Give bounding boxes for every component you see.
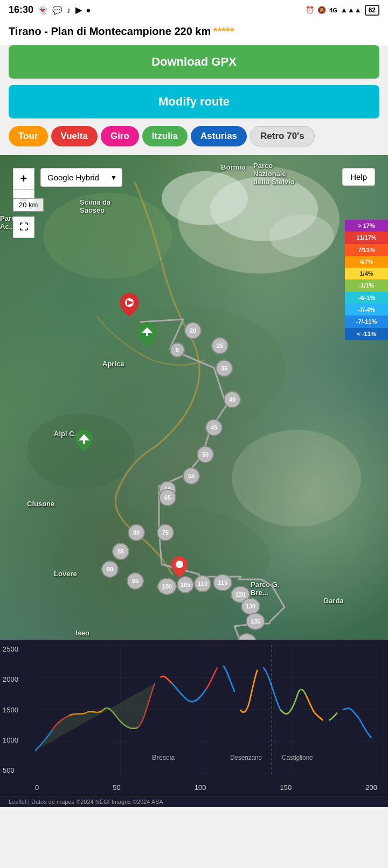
km-marker-20: 20	[184, 322, 202, 339]
tiktok-icon: ♪	[67, 5, 71, 15]
dot-icon: ●	[86, 5, 91, 15]
map-attribution: Leaflet | Datos de mapas ©2024 NEGI Imag…	[0, 796, 388, 807]
modify-route-button[interactable]: Modify route	[9, 85, 379, 118]
km-marker-25: 25	[211, 337, 228, 354]
legend-item-17plus: > 17%	[345, 220, 388, 232]
chart-x-labels: 0 50 100 150 200	[35, 783, 377, 792]
parco-nazionale-label: ParcoNazionaledello Stelvio	[253, 162, 295, 186]
mute-icon: 🔕	[317, 6, 326, 14]
km-marker-130: 130	[241, 598, 260, 615]
legend-item-4-7: 4/7%	[345, 256, 388, 268]
youtube-icon: ▶	[75, 5, 82, 15]
map-container[interactable]: + − ⛶ Google Hybrid Google Maps OpenStre…	[0, 155, 388, 640]
clusone-label: Clusone	[27, 500, 54, 508]
legend-item-minus4-minus1: -4/-1%	[345, 292, 388, 304]
wifi-icon: ▲▲▲	[341, 6, 362, 14]
km-marker-75: 75	[157, 524, 174, 541]
legend-item-minus7-minus4: -7/-4%	[345, 304, 388, 316]
alarm-icon: ⏰	[306, 6, 314, 14]
signal-icon: 4G	[329, 7, 337, 13]
svg-rect-15	[83, 439, 85, 444]
svg-text:Brescia: Brescia	[152, 753, 175, 761]
svg-point-8	[269, 214, 334, 257]
tab-giro[interactable]: Giro	[101, 126, 139, 146]
lovere-label: Lovere	[54, 570, 77, 578]
tirano-flag-marker	[137, 322, 157, 348]
svg-point-1	[178, 166, 340, 274]
fullscreen-button[interactable]: ⛶	[13, 216, 34, 238]
km-marker-135: 135	[246, 613, 265, 630]
tab-asturias[interactable]: Asturias	[191, 126, 247, 146]
iseo-label: Iseo	[75, 629, 89, 637]
map-background: + − ⛶ Google Hybrid Google Maps OpenStre…	[0, 155, 388, 640]
km-marker-45: 45	[205, 419, 223, 436]
legend-item-minus7-minus11: -7/-11%	[345, 316, 388, 327]
header: Tirano - Plan di Montecampione 220 km **…	[0, 20, 388, 45]
svg-point-13	[176, 561, 183, 568]
zoom-in-button[interactable]: +	[13, 168, 34, 190]
km-marker-65: 65	[159, 489, 176, 506]
status-time: 16:30	[9, 4, 33, 16]
download-gpx-button[interactable]: Download GPX	[9, 45, 379, 79]
km-marker-105: 105	[177, 576, 194, 593]
legend-item-minus1-1: -1/1%	[345, 279, 388, 291]
status-bar: 16:30 👻 💬 ♪ ▶ ● ⏰ 🔕 4G ▲▲▲ 62	[0, 0, 388, 20]
svg-text:Desenzano: Desenzano	[230, 754, 262, 761]
km-marker-85: 85	[112, 543, 129, 560]
map-type-select[interactable]: Google Hybrid Google Maps OpenStreetMap	[40, 168, 122, 187]
tabs-container: Tour Vuelta Giro Itzulia Asturias Retro …	[0, 126, 388, 155]
svg-point-7	[210, 177, 318, 241]
map-scale: 20 km	[13, 198, 44, 212]
snapchat-icon: 👻	[38, 5, 48, 15]
message-icon: 💬	[52, 5, 63, 15]
tab-itzulia[interactable]: Itzulia	[142, 126, 188, 146]
bormio-label: Bormio	[221, 163, 246, 171]
tab-vuelta[interactable]: Vuelta	[51, 126, 98, 146]
page-title: Tirano - Plan di Montecampione 220 km **…	[9, 25, 379, 38]
tab-retro[interactable]: Retro 70's	[250, 126, 315, 146]
km-marker-80: 80	[128, 524, 145, 541]
km-marker-115: 115	[213, 574, 232, 591]
svg-rect-12	[146, 332, 148, 336]
svg-text:Castiglione: Castiglione	[282, 754, 313, 761]
garda-label: Garda	[323, 597, 344, 605]
gradient-legend: > 17% 11/17% 7/11% 4/7% 1/4% -1/1% -4/-1…	[345, 220, 388, 340]
km-marker-110: 110	[194, 575, 211, 592]
help-button[interactable]: Help	[342, 168, 375, 186]
km-marker-100: 100	[157, 578, 177, 595]
km-marker-90: 90	[101, 561, 119, 578]
map-type-selector[interactable]: Google Hybrid Google Maps OpenStreetMap …	[40, 168, 122, 187]
km-marker-40: 40	[224, 391, 241, 408]
elevation-chart: 500 1000 1500 2000 2500	[0, 640, 388, 796]
battery-icon: 62	[365, 5, 379, 16]
svg-point-0	[43, 193, 172, 279]
legend-item-minus11less: < -11%	[345, 328, 388, 340]
aprica-label: Aprica	[102, 360, 124, 368]
km-marker-95: 95	[127, 572, 144, 590]
chart-y-labels: 500 1000 1500 2000 2500	[3, 645, 18, 774]
legend-item-7-11: 7/11%	[345, 244, 388, 256]
chart-svg-area: Brescia Desenzano Castiglione	[35, 645, 377, 774]
km-marker-55: 55	[183, 467, 200, 485]
legend-item-11-17: 11/17%	[345, 232, 388, 243]
start-marker	[120, 293, 139, 319]
km-marker-50: 50	[197, 446, 214, 463]
parco-garda-label: Parco G.Bre...	[251, 580, 279, 597]
km-marker-35: 35	[216, 360, 233, 377]
km-marker-5: 5	[170, 342, 185, 358]
svg-point-4	[232, 430, 361, 527]
km-marker-140: 140	[237, 633, 257, 640]
legend-item-1-4: 1/4%	[345, 268, 388, 279]
svg-point-6	[162, 171, 248, 225]
tab-tour[interactable]: Tour	[9, 126, 48, 146]
scima-da-saoseo-label: Scima daSaoseo	[80, 198, 110, 214]
alpi-marker	[75, 430, 93, 453]
